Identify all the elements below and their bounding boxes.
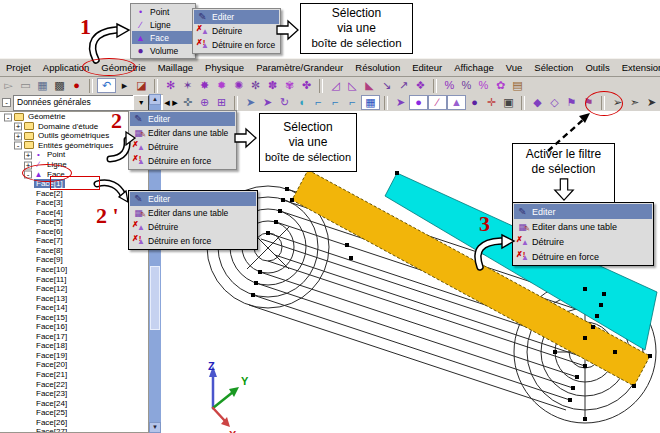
toolbar-icon[interactable]: ↗ xyxy=(395,78,412,93)
menu-item-point[interactable]: •Point xyxy=(132,5,194,18)
menu-item-d-truire-en-force[interactable]: ✗!▲Détruire en force xyxy=(130,234,256,248)
menubar-item-physique[interactable]: Physique xyxy=(199,60,250,76)
toolbar-icon[interactable]: ◂ xyxy=(163,95,171,110)
tree-item-face21[interactable]: Face[21] xyxy=(0,370,148,380)
expand-toggle[interactable]: + xyxy=(24,151,32,159)
tree-item-face17[interactable]: Face[17] xyxy=(0,332,148,342)
toolbar-icon[interactable]: ↶ xyxy=(97,78,116,93)
toolbar-icon[interactable]: ● xyxy=(68,78,85,93)
toolbar-icon[interactable]: ➤ xyxy=(259,95,276,110)
menu-item-editer[interactable]: ✎Editer xyxy=(514,204,652,219)
toolbar-icon[interactable]: % xyxy=(441,78,458,93)
menu-item-editer[interactable]: ✎Editer xyxy=(130,112,235,126)
panel-collapse-toggle[interactable]: - xyxy=(2,98,11,107)
toolbar-icon[interactable]: ▭ xyxy=(17,78,34,93)
tree-item-face11[interactable]: Face[11] xyxy=(0,274,148,284)
menu-item-volume[interactable]: ●Volume xyxy=(132,44,194,57)
menu-item-editer-dans-une-table[interactable]: ▦✎Editer dans une table xyxy=(514,219,652,234)
toolbar-icon[interactable]: ➤ xyxy=(242,95,259,110)
toolbar-icon[interactable]: ⌐ xyxy=(327,95,344,110)
toolbar-icon[interactable]: ∕ xyxy=(428,95,447,110)
tree-item-face13[interactable]: Face[13] xyxy=(0,293,148,303)
toolbar-icon[interactable]: ✹ xyxy=(213,78,230,93)
menubar-item-rsolution[interactable]: Résolution xyxy=(349,60,406,76)
menubar-item-affichage[interactable]: Affichage xyxy=(448,60,499,76)
toolbar-icon[interactable]: ↻ xyxy=(276,95,293,110)
toolbar-icon[interactable]: ● xyxy=(466,95,483,110)
toolbar-icon[interactable]: ◺ xyxy=(344,78,361,93)
tree-item-face10[interactable]: Face[10] xyxy=(0,265,148,275)
toolbar-icon[interactable]: ▦ xyxy=(34,78,51,93)
toolbar-icon[interactable]: ⊞ xyxy=(213,95,230,110)
menubar-item-editeur[interactable]: Editeur xyxy=(406,60,448,76)
menu-item-d-truire[interactable]: ✗▲Détruire xyxy=(194,24,279,38)
toolbar-icon[interactable]: ✛ xyxy=(483,95,500,110)
menu-item-d-truire[interactable]: ✗▲Détruire xyxy=(130,140,235,154)
menubar-item-outils[interactable]: Outils xyxy=(579,60,615,76)
menubar-item-extensions[interactable]: Extensions xyxy=(616,60,660,76)
menu-item-face[interactable]: ▲Face xyxy=(132,31,194,44)
tree-item-face18[interactable]: Face[18] xyxy=(0,341,148,351)
toolbar-icon[interactable]: ✾ xyxy=(281,78,298,93)
toolbar-icon[interactable]: ◖ xyxy=(293,95,310,110)
menu-item-d-truire-en-force[interactable]: ✗!▲Détruire en force xyxy=(194,38,279,52)
toolbar-icon[interactable]: ◣ xyxy=(361,78,378,93)
toolbar-icon[interactable]: ▤ xyxy=(509,78,526,93)
collapse-toggle[interactable]: - xyxy=(4,113,12,121)
tree-item-face6[interactable]: Face[6] xyxy=(0,227,148,237)
toolbar-icon[interactable]: ✤ xyxy=(298,78,315,93)
toolbar-icon[interactable]: ● xyxy=(409,95,428,110)
combo-dropdown-button[interactable]: ▼ xyxy=(133,95,149,111)
toolbar-icon[interactable]: ✼ xyxy=(247,78,264,93)
toolbar-icon[interactable]: ⌐ xyxy=(344,95,361,110)
toolbar-icon[interactable]: ▲ xyxy=(447,95,466,110)
menu-item-editer-dans-une-table[interactable]: ▦✎Editer dans une table xyxy=(130,206,256,220)
tree-item-face23[interactable]: Face[23] xyxy=(0,389,148,399)
tree-item-face5[interactable]: Face[5] xyxy=(0,217,148,227)
toolbar-icon[interactable]: ➤ xyxy=(392,95,409,110)
menu-item-d-truire-en-force[interactable]: ✗!▲Détruire en force xyxy=(130,154,235,168)
toolbar-icon[interactable]: ▸ xyxy=(116,78,133,93)
toolbar-icon[interactable]: ➤ xyxy=(643,95,660,110)
menubar-item-vue[interactable]: Vue xyxy=(500,60,529,76)
menu-item-d-truire-en-force[interactable]: ✗!▲Détruire en force xyxy=(514,249,652,264)
tree-item-face24[interactable]: Face[24] xyxy=(0,398,148,408)
tree-item-face15[interactable]: Face[15] xyxy=(0,312,148,322)
menubar-item-slection[interactable]: Sélection xyxy=(528,60,579,76)
tree-item-face27[interactable]: Face[27] xyxy=(0,427,148,433)
tree-item-face8[interactable]: Face[8] xyxy=(0,246,148,256)
scrollbar-thumb[interactable] xyxy=(150,266,160,330)
tree-item-face20[interactable]: Face[20] xyxy=(0,360,148,370)
toolbar-icon[interactable]: ▸ xyxy=(171,95,179,110)
toolbar-icon[interactable]: ▦ xyxy=(361,95,380,110)
toolbar-icon[interactable]: ↘ xyxy=(378,78,395,93)
tree-item-face9[interactable]: Face[9] xyxy=(0,255,148,265)
menu-item-d-truire[interactable]: ✗▲Détruire xyxy=(514,234,652,249)
tree-item-face4[interactable]: Face[4] xyxy=(0,207,148,217)
tree-item-face19[interactable]: Face[19] xyxy=(0,351,148,361)
tree-item-face25[interactable]: Face[25] xyxy=(0,408,148,418)
scroll-up-button[interactable]: ▲ xyxy=(149,94,161,105)
expand-toggle[interactable]: + xyxy=(14,123,22,131)
tree-item-gomtrie[interactable]: -Géométrie xyxy=(0,112,148,122)
menu-item-editer[interactable]: ✎Editer xyxy=(194,10,279,24)
toolbar-icon[interactable]: ▩ xyxy=(51,78,68,93)
toolbar-icon[interactable]: ✿ xyxy=(492,78,509,93)
menu-item-editer[interactable]: ✎Editer xyxy=(130,192,256,206)
tree-item-face14[interactable]: Face[14] xyxy=(0,303,148,313)
toolbar-icon[interactable]: ❖ xyxy=(412,78,429,93)
toolbar-icon[interactable]: ✜ xyxy=(179,95,196,110)
menu-item-d-truire[interactable]: ✗▲Détruire xyxy=(130,220,256,234)
menu-item-editer-dans-une-table[interactable]: ▦✎Editer dans une table xyxy=(130,126,235,140)
toolbar-icon[interactable]: ➣ xyxy=(626,95,643,110)
tree-item-face16[interactable]: Face[16] xyxy=(0,322,148,332)
collapse-toggle[interactable]: - xyxy=(14,142,22,150)
menubar-item-maillage[interactable]: Maillage xyxy=(152,60,199,76)
toolbar-icon[interactable]: ✻ xyxy=(162,78,179,93)
tree-item-face26[interactable]: Face[26] xyxy=(0,418,148,428)
menu-item-ligne[interactable]: ∕Ligne xyxy=(132,18,194,31)
toolbar-icon[interactable]: % xyxy=(458,78,475,93)
toolbar-icon[interactable]: ✽ xyxy=(264,78,281,93)
menubar-item-projet[interactable]: Projet xyxy=(0,60,37,76)
toolbar-icon[interactable]: ⌐ xyxy=(310,95,327,110)
